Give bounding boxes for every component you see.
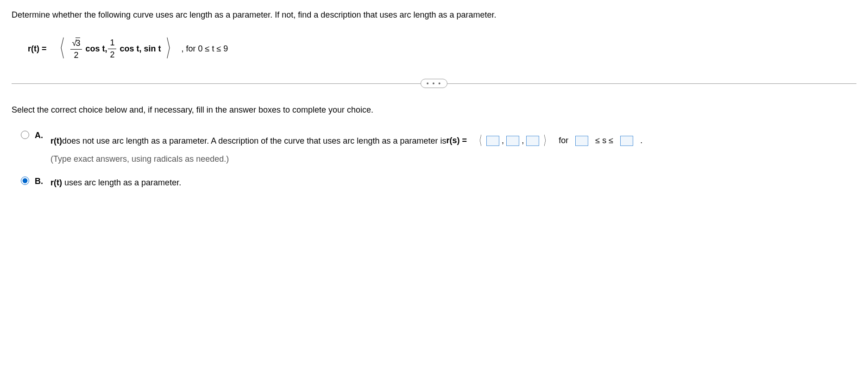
divider: • • • bbox=[12, 79, 856, 88]
answer-input-smax[interactable] bbox=[620, 136, 633, 146]
choice-a-rt: r(t) bbox=[50, 134, 62, 148]
equation-lhs: r(t) = bbox=[28, 44, 47, 54]
equation: r(t) = 〈 3 2 cos t, 1 2 cos t, sin t 〉 ,… bbox=[28, 32, 856, 65]
choice-a: A. r(t) does not use arc length as a par… bbox=[21, 130, 856, 166]
angle-bracket-left: 〈 bbox=[53, 32, 65, 65]
radio-a[interactable] bbox=[21, 131, 29, 139]
answer-input-y[interactable] bbox=[506, 136, 519, 146]
fraction-2: 1 2 bbox=[108, 38, 116, 60]
tuple-angle-left: 〈 bbox=[476, 130, 482, 152]
question-text: Determine whether the following curve us… bbox=[12, 9, 856, 21]
radio-b[interactable] bbox=[21, 177, 29, 185]
choice-b-rt: r(t) bbox=[50, 178, 62, 187]
choice-b: B. r(t) uses arc length as a parameter. bbox=[21, 176, 856, 190]
tuple-angle-right: 〉 bbox=[543, 130, 550, 152]
answer-input-z[interactable] bbox=[526, 136, 539, 146]
expand-button[interactable]: • • • bbox=[421, 79, 447, 88]
answer-input-smin[interactable] bbox=[575, 136, 588, 146]
angle-bracket-right: 〉 bbox=[165, 32, 177, 65]
choice-a-rs: r(s) = bbox=[446, 136, 467, 145]
prompt-text: Select the correct choice below and, if … bbox=[12, 104, 856, 116]
choice-a-hint: (Type exact answers, using radicals as n… bbox=[50, 154, 229, 164]
fraction-1: 3 2 bbox=[70, 38, 82, 60]
choices: A. r(t) does not use arc length as a par… bbox=[21, 130, 856, 190]
choice-a-letter: A. bbox=[35, 130, 45, 140]
answer-input-x[interactable] bbox=[486, 136, 499, 146]
choice-b-letter: B. bbox=[35, 176, 45, 186]
